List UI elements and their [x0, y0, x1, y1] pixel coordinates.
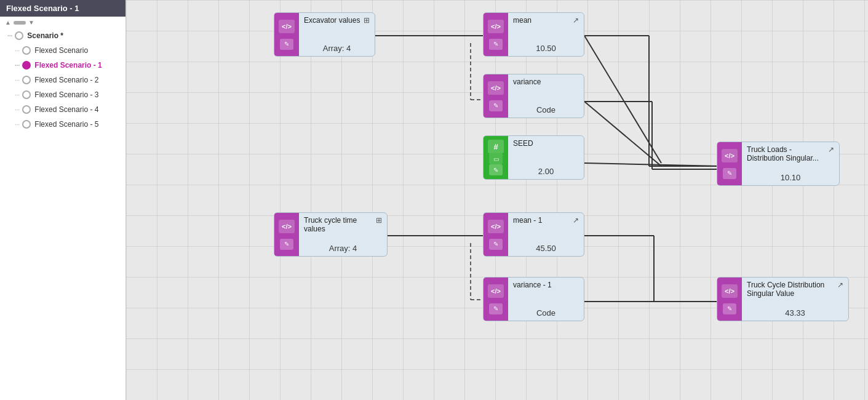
- sidebar-item-label: Scenario *: [27, 31, 63, 40]
- sidebar-item-flexed-scenario-3[interactable]: ··· Flexed Scenario - 3: [0, 87, 125, 102]
- sidebar-item-flexed-scenario-5[interactable]: ··· Flexed Scenario - 5: [0, 117, 125, 132]
- monitor-icon: ▭: [489, 153, 503, 164]
- truck-cycle-dist-header: Truck Cycle Distribution Singular Value …: [747, 281, 843, 298]
- edit-icon[interactable]: ✎: [280, 39, 293, 50]
- chart-icon[interactable]: ↗: [837, 281, 843, 289]
- mean-header: mean ↗: [513, 16, 579, 25]
- variance1-value: Code: [513, 306, 579, 318]
- sidebar-header: Flexed Scenario - 1: [0, 0, 125, 17]
- sidebar-dot: ···: [15, 77, 20, 84]
- seed-header: SEED: [513, 139, 579, 148]
- truck-cycle-value: Array: 4: [304, 241, 382, 253]
- seed-node[interactable]: # ▭ ✎ SEED 2.00: [483, 135, 584, 180]
- svg-line-5: [584, 36, 661, 163]
- truck-cycle-dist-title: Truck Cycle Distribution Singular Value: [747, 281, 837, 298]
- hash-icon: #: [488, 140, 504, 153]
- truck-loads-title: Truck Loads - Distribution Singular...: [747, 145, 828, 162]
- edit-icon[interactable]: ✎: [489, 239, 503, 250]
- chart-icon[interactable]: ↗: [573, 16, 579, 25]
- sidebar-item-flexed-scenario-2[interactable]: ··· Flexed Scenario - 2: [0, 73, 125, 87]
- mean1-node[interactable]: </> ✎ mean - 1 ↗ 45.50: [483, 212, 584, 257]
- chart-icon[interactable]: ↗: [828, 145, 834, 154]
- variance-value: Code: [513, 103, 579, 114]
- code-icon: </>: [488, 81, 504, 95]
- truck-cycle-title: Truck cycle time values: [304, 216, 376, 233]
- truck-loads-node[interactable]: </> ✎ Truck Loads - Distribution Singula…: [717, 142, 840, 186]
- code-icon: </>: [279, 220, 295, 233]
- scroll-up-icon[interactable]: ▲: [5, 19, 11, 26]
- code-icon: </>: [488, 284, 504, 298]
- sidebar-item-flexed-scenario-4[interactable]: ··· Flexed Scenario - 4: [0, 102, 125, 117]
- excavator-icon-col: </> ✎: [274, 13, 299, 56]
- sidebar-item-scenario[interactable]: ··· Scenario *: [0, 28, 125, 43]
- code-icon: </>: [722, 284, 738, 298]
- seed-title: SEED: [513, 139, 533, 148]
- variance-title: variance: [513, 78, 541, 86]
- variance-node[interactable]: </> ✎ variance Code: [483, 74, 584, 118]
- mean1-title: mean - 1: [513, 216, 542, 225]
- scroll-down-icon[interactable]: ▼: [28, 19, 34, 26]
- scroll-knob[interactable]: [14, 21, 26, 25]
- flexed-scenario-4-icon: [22, 105, 31, 114]
- sidebar-item-flexed-scenario[interactable]: ··· Flexed Scenario: [0, 43, 125, 58]
- sidebar-dot: ···: [15, 47, 20, 54]
- seed-icon-col: # ▭ ✎: [484, 136, 508, 179]
- sidebar: Flexed Scenario - 1 ▲ ▼ ··· Scenario * ·…: [0, 0, 126, 400]
- excavator-value: Array: 4: [304, 41, 370, 53]
- sidebar-item-label: Flexed Scenario - 2: [34, 76, 98, 84]
- edit-icon[interactable]: ✎: [489, 39, 503, 50]
- code-icon: </>: [722, 149, 738, 162]
- variance1-node[interactable]: </> ✎ variance - 1 Code: [483, 277, 584, 321]
- flexed-scenario-5-icon: [22, 120, 31, 129]
- truck-cycle-dist-icon-col: </> ✎: [717, 278, 742, 321]
- variance-content: variance Code: [508, 74, 584, 118]
- truck-loads-header: Truck Loads - Distribution Singular... ↗: [747, 145, 834, 162]
- edit-icon[interactable]: ✎: [280, 239, 293, 250]
- truck-cycle-icon-col: </> ✎: [274, 213, 299, 256]
- edit-icon[interactable]: ✎: [723, 168, 736, 179]
- excavator-title: Excavator values: [304, 16, 360, 25]
- sidebar-item-flexed-scenario-1[interactable]: ··· Flexed Scenario - 1: [0, 58, 125, 73]
- grid-icon[interactable]: ⊞: [376, 216, 382, 225]
- seed-value: 2.00: [513, 164, 579, 176]
- scenario-icon: [15, 31, 23, 40]
- truck-cycle-dist-content: Truck Cycle Distribution Singular Value …: [742, 278, 848, 321]
- flexed-scenario-3-icon: [22, 90, 31, 99]
- flexed-scenario-1-icon: [22, 61, 31, 70]
- variance1-header: variance - 1: [513, 281, 579, 289]
- flexed-scenario-2-icon: [22, 76, 31, 84]
- sidebar-item-label: Flexed Scenario - 3: [34, 90, 98, 99]
- truck-cycle-header: Truck cycle time values ⊞: [304, 216, 382, 233]
- sidebar-dot: ···: [7, 33, 12, 39]
- truck-cycle-dist-node[interactable]: </> ✎ Truck Cycle Distribution Singular …: [717, 277, 849, 321]
- edit-icon[interactable]: ✎: [489, 303, 503, 314]
- truck-cycle-values-node[interactable]: </> ✎ Truck cycle time values ⊞ Array: 4: [274, 212, 388, 257]
- variance-icon-col: </> ✎: [484, 74, 508, 118]
- sidebar-dot: ···: [15, 92, 20, 98]
- connections-svg: [126, 0, 868, 400]
- sidebar-dot: ···: [15, 121, 20, 128]
- mean1-content: mean - 1 ↗ 45.50: [508, 213, 584, 256]
- truck-loads-icon-col: </> ✎: [717, 142, 742, 185]
- edit-icon[interactable]: ✎: [489, 100, 503, 111]
- mean-value: 10.50: [513, 41, 579, 53]
- edit-icon[interactable]: ✎: [489, 164, 503, 175]
- variance1-content: variance - 1 Code: [508, 278, 584, 321]
- mean1-icon-col: </> ✎: [484, 213, 508, 256]
- grid-icon[interactable]: ⊞: [364, 16, 370, 25]
- svg-line-7: [584, 163, 720, 166]
- sidebar-dot: ···: [15, 62, 20, 69]
- excavator-values-node[interactable]: </> ✎ Excavator values ⊞ Array: 4: [274, 12, 375, 57]
- mean-node[interactable]: </> ✎ mean ↗ 10.50: [483, 12, 584, 57]
- canvas: </> ✎ Excavator values ⊞ Array: 4 </> ✎ …: [126, 0, 868, 400]
- sidebar-item-label: Flexed Scenario - 4: [34, 105, 98, 114]
- sidebar-item-label: Flexed Scenario - 1: [34, 61, 102, 70]
- sidebar-item-label: Flexed Scenario - 5: [34, 120, 98, 129]
- mean1-header: mean - 1 ↗: [513, 216, 579, 225]
- sidebar-dot: ···: [15, 106, 20, 113]
- chart-icon[interactable]: ↗: [573, 216, 579, 225]
- variance1-icon-col: </> ✎: [484, 278, 508, 321]
- excavator-content: Excavator values ⊞ Array: 4: [299, 13, 375, 56]
- mean-title: mean: [513, 16, 532, 25]
- edit-icon[interactable]: ✎: [723, 303, 736, 314]
